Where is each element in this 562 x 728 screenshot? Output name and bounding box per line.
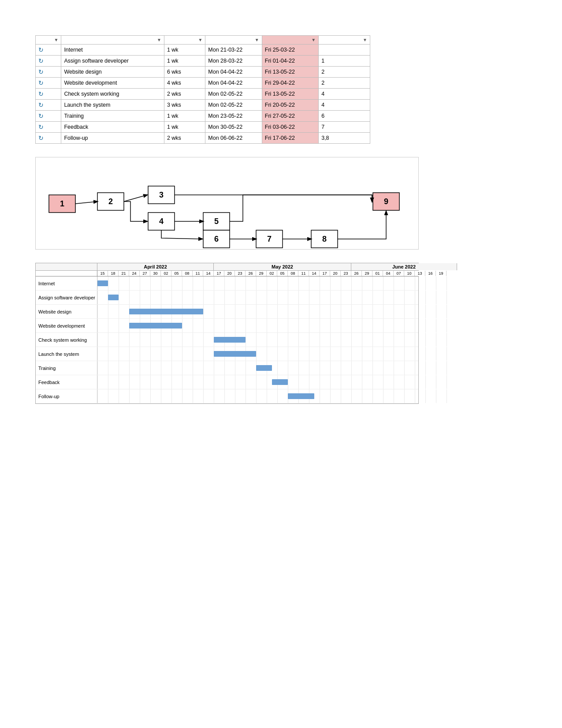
gantt-task-label: Feedback [36,375,97,389]
cell-duration: 1 wk [164,122,205,133]
cell-pred: 6 [319,111,370,122]
gantt-task-row: Assign software developer [36,291,418,305]
cell-finish: Fri 29-04-22 [262,78,318,89]
svg-text:6: 6 [214,235,219,243]
cell-finish: Fri 01-04-22 [262,56,318,67]
gantt-bar [129,309,203,314]
cell-name: Launch the system [61,100,164,111]
gantt-date-cell: 01 [372,271,383,276]
gantt-date-cell: 23 [235,271,246,276]
gantt-date-cell: 26 [246,271,256,276]
table-row: ↻ Website development 4 wks Mon 04-04-22… [36,78,370,89]
gantt-task-label: Check system working [36,333,97,347]
gantt-task-row: Website development [36,319,418,333]
gantt-date-cell: 16 [425,271,436,276]
gantt-date-cell: 24 [129,271,140,276]
gantt-bar [288,393,314,399]
cell-finish: Fri 13-05-22 [262,89,318,100]
gantt-date-cell: 04 [383,271,394,276]
gantt-bar [129,323,182,329]
gantt-bar [272,379,288,385]
cell-finish: Fri 17-06-22 [262,133,318,144]
gantt-bar-area [97,361,418,375]
gantt-date-cell: 30 [150,271,161,276]
col-header-start: ▼ [205,36,262,45]
cell-duration: 1 wk [164,111,205,122]
gantt-date-cell: 02 [161,271,171,276]
cell-start: Mon 30-05-22 [205,122,262,133]
table-row: ↻ Assign software developer 1 wk Mon 28-… [36,56,370,67]
cell-pred: 2 [319,78,370,89]
cell-mode: ↻ [36,56,61,67]
gantt-bar-area [97,333,418,347]
gantt-date-cell: 17 [320,271,330,276]
gantt-task-label: Training [36,361,97,375]
cell-name: Check system working [61,89,164,100]
cell-start: Mon 04-04-22 [205,67,262,78]
gantt-date-cell: 27 [140,271,150,276]
gantt-task-label: Internet [36,276,97,290]
cell-duration: 3 wks [164,100,205,111]
sort-icon-finish[interactable]: ▼ [311,37,316,42]
cell-mode: ↻ [36,100,61,111]
cell-mode: ↻ [36,67,61,78]
cell-mode: ↻ [36,111,61,122]
svg-text:3: 3 [159,190,164,199]
sort-icon-mode[interactable]: ▼ [54,37,58,42]
cell-pred: 4 [319,100,370,111]
cell-pred: 1 [319,56,370,67]
cell-mode: ↻ [36,89,61,100]
table-row: ↻ Launch the system 3 wks Mon 02-05-22 F… [36,100,370,111]
gantt-bar [256,365,272,371]
gantt-task-label: Assign software developer [36,291,97,304]
cell-mode: ↻ [36,122,61,133]
svg-text:9: 9 [384,197,388,206]
svg-text:1: 1 [60,199,64,208]
cell-pred: 4 [319,89,370,100]
cell-start: Mon 21-03-22 [205,45,262,56]
gantt-date-cell: 20 [224,271,235,276]
cell-start: Mon 06-06-22 [205,133,262,144]
cell-start: Mon 02-05-22 [205,89,262,100]
gantt-date-cell: 05 [277,271,288,276]
gantt-date-cell: 15 [97,271,108,276]
gantt-date-cell: 14 [203,271,214,276]
gantt-task-row: Launch the system [36,347,418,361]
gantt-date-cell: 23 [341,271,351,276]
table-row: ↻ Follow-up 2 wks Mon 06-06-22 Fri 17-06… [36,133,370,144]
cell-name: Internet [61,45,164,56]
gantt-task-row: Check system working [36,333,418,347]
cell-name: Assign software developer [61,56,164,67]
sort-icon-start[interactable]: ▼ [255,37,259,42]
cell-name: Website design [61,67,164,78]
gantt-date-cell: 08 [288,271,298,276]
gantt-date-cell: 29 [362,271,372,276]
gantt-date-cell: 11 [193,271,203,276]
sort-icon-duration[interactable]: ▼ [198,37,202,42]
table-row: ↻ Feedback 1 wk Mon 30-05-22 Fri 03-06-2… [36,122,370,133]
svg-line-18 [75,202,97,204]
gantt-date-cell: 13 [415,271,425,276]
gantt-date-cell: 18 [108,271,119,276]
gantt-bar-area [97,375,418,389]
gantt-chart: April 2022May 2022June 20221518212427300… [35,263,419,404]
svg-text:7: 7 [267,235,272,243]
svg-text:2: 2 [108,197,113,206]
cell-mode: ↻ [36,45,61,56]
cell-start: Mon 02-05-22 [205,100,262,111]
gantt-month-cell: May 2022 [214,263,351,270]
cell-pred: 2 [319,67,370,78]
sort-icon-pred[interactable]: ▼ [363,37,367,42]
gantt-date-cell: 08 [182,271,193,276]
gantt-task-row: Internet [36,276,418,291]
gantt-bar [97,280,108,286]
gantt-task-row: Training [36,361,418,375]
cell-duration: 4 wks [164,78,205,89]
svg-text:8: 8 [322,235,327,243]
gantt-date-cell: 14 [309,271,320,276]
cell-name: Training [61,111,164,122]
cell-start: Mon 23-05-22 [205,111,262,122]
gantt-date-cell: 02 [267,271,277,276]
gantt-bar-area [97,305,418,318]
sort-icon-name[interactable]: ▼ [157,37,161,42]
